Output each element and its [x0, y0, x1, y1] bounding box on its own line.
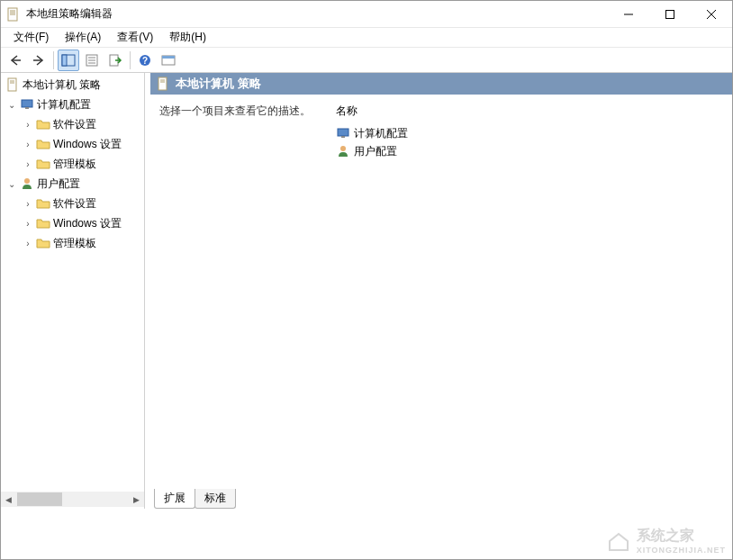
svg-rect-5 — [666, 10, 674, 18]
tree-pane: 本地计算机 策略 ⌄ 计算机配置 › 软件设置 › Windows 设置 › 管… — [1, 73, 145, 509]
svg-point-26 — [24, 178, 30, 184]
svg-rect-31 — [341, 136, 345, 138]
tree-label: 软件设置 — [53, 196, 96, 212]
tree-label: 管理模板 — [53, 157, 96, 172]
menu-file[interactable]: 文件(F) — [6, 28, 56, 47]
menu-help[interactable]: 帮助(H) — [162, 28, 213, 47]
user-icon — [20, 176, 34, 191]
scroll-thumb[interactable] — [17, 492, 62, 506]
list-item-label: 计算机配置 — [354, 126, 408, 141]
expand-icon[interactable]: › — [23, 239, 33, 248]
svg-rect-30 — [338, 129, 348, 136]
watermark-text: 系统之家 — [637, 528, 694, 543]
expand-icon[interactable]: › — [23, 219, 33, 229]
menu-action[interactable]: 操作(A) — [58, 28, 108, 47]
maximize-button[interactable] — [649, 1, 691, 28]
computer-icon — [336, 126, 350, 140]
menubar: 文件(F) 操作(A) 查看(V) 帮助(H) — [1, 28, 732, 48]
tree-admin-templates[interactable]: › 管理模板 — [1, 154, 144, 174]
tree[interactable]: 本地计算机 策略 ⌄ 计算机配置 › 软件设置 › Windows 设置 › 管… — [1, 75, 144, 492]
close-button[interactable] — [691, 1, 732, 28]
tree-label: Windows 设置 — [53, 216, 122, 231]
tree-label: 用户配置 — [37, 176, 80, 192]
back-button[interactable] — [5, 50, 26, 71]
help-button[interactable]: ? — [134, 50, 156, 71]
column-header-name[interactable]: 名称 — [336, 104, 727, 124]
tree-windows-settings[interactable]: › Windows 设置 — [1, 134, 144, 154]
show-tree-button[interactable] — [58, 50, 79, 71]
list-item-label: 用户配置 — [354, 144, 397, 159]
description-column: 选择一个项目来查看它的描述。 — [150, 95, 330, 489]
scroll-right-arrow[interactable]: ▶ — [129, 492, 144, 507]
svg-rect-20 — [162, 56, 175, 59]
expand-icon[interactable]: › — [23, 199, 33, 209]
main-area: 本地计算机 策略 ⌄ 计算机配置 › 软件设置 › Windows 设置 › 管… — [1, 73, 732, 509]
window-controls — [608, 1, 732, 28]
tree-root[interactable]: 本地计算机 策略 — [1, 75, 144, 95]
watermark: 系统之家 XITONGZHIJIA.NET — [606, 527, 726, 555]
tree-software-settings[interactable]: › 软件设置 — [1, 114, 144, 134]
tree-user-config[interactable]: ⌄ 用户配置 — [1, 174, 144, 194]
folder-icon — [36, 196, 50, 211]
content-pane: 本地计算机 策略 选择一个项目来查看它的描述。 名称 计算机配置 用户配 — [150, 73, 732, 509]
view-tabs: 扩展 标准 — [150, 489, 732, 509]
collapse-icon[interactable]: ⌄ — [6, 179, 17, 189]
toolbar: ? — [1, 48, 732, 73]
folder-icon — [36, 216, 50, 230]
minimize-button[interactable] — [608, 1, 649, 28]
forward-button[interactable] — [28, 50, 50, 71]
computer-icon — [20, 97, 34, 112]
document-icon — [156, 77, 170, 91]
expand-icon[interactable]: › — [23, 140, 33, 149]
tree-label: 软件设置 — [53, 117, 96, 132]
list-column: 名称 计算机配置 用户配置 — [330, 95, 732, 489]
svg-rect-27 — [158, 77, 167, 90]
svg-rect-25 — [25, 107, 29, 109]
tab-extended[interactable]: 扩展 — [154, 489, 195, 509]
list-item-user-config[interactable]: 用户配置 — [336, 142, 727, 160]
folder-icon — [36, 157, 50, 171]
tree-label: 计算机配置 — [37, 97, 91, 113]
toolbar-separator — [53, 51, 54, 69]
svg-rect-21 — [8, 78, 16, 91]
description-text: 选择一个项目来查看它的描述。 — [159, 104, 321, 119]
properties-button[interactable] — [81, 50, 103, 71]
expand-icon[interactable]: › — [23, 159, 33, 169]
tab-standard[interactable]: 标准 — [195, 489, 236, 509]
tree-label: 管理模板 — [53, 236, 96, 251]
titlebar: 本地组策略编辑器 — [1, 1, 732, 28]
folder-icon — [36, 117, 50, 131]
app-icon — [6, 7, 21, 22]
toolbar-separator — [130, 51, 131, 69]
document-icon — [5, 77, 20, 92]
folder-icon — [36, 137, 50, 151]
content-body: 选择一个项目来查看它的描述。 名称 计算机配置 用户配置 — [150, 95, 732, 489]
menu-view[interactable]: 查看(V) — [110, 28, 160, 47]
filter-button[interactable] — [158, 50, 179, 71]
svg-rect-11 — [62, 55, 67, 66]
tree-admin-templates[interactable]: › 管理模板 — [1, 233, 144, 253]
watermark-sub: XITONGZHIJIA.NET — [637, 546, 726, 555]
svg-rect-24 — [22, 100, 32, 107]
tree-software-settings[interactable]: › 软件设置 — [1, 194, 144, 213]
list-item-computer-config[interactable]: 计算机配置 — [336, 124, 727, 142]
content-title: 本地计算机 策略 — [176, 76, 261, 92]
expand-icon[interactable]: › — [23, 120, 33, 130]
user-icon — [336, 144, 350, 158]
scroll-left-arrow[interactable]: ◀ — [1, 492, 16, 507]
tree-horizontal-scrollbar[interactable]: ◀ ▶ — [1, 492, 144, 507]
svg-point-32 — [340, 146, 346, 151]
tree-windows-settings[interactable]: › Windows 设置 — [1, 213, 144, 233]
tree-computer-config[interactable]: ⌄ 计算机配置 — [1, 95, 144, 114]
folder-icon — [36, 236, 50, 250]
window-title: 本地组策略编辑器 — [26, 6, 608, 22]
collapse-icon[interactable]: ⌄ — [6, 100, 17, 110]
tree-label: 本地计算机 策略 — [23, 77, 101, 93]
svg-text:?: ? — [142, 56, 148, 66]
export-button[interactable] — [104, 50, 126, 71]
content-header: 本地计算机 策略 — [150, 73, 732, 95]
tree-label: Windows 设置 — [53, 137, 122, 152]
